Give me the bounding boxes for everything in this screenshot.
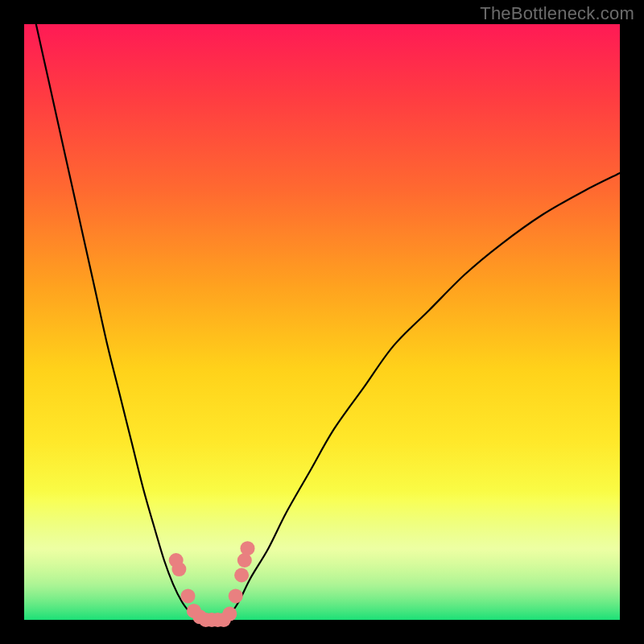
dots-left-point: [171, 562, 186, 576]
plot-area: [24, 24, 620, 620]
dots-right-point: [241, 541, 255, 555]
dot-layer: [169, 541, 255, 627]
chart-frame: TheBottleneck.com: [0, 0, 644, 644]
curve-layer: [36, 24, 620, 620]
dots-left-point: [181, 588, 196, 603]
dots-right-point: [234, 568, 249, 583]
dots-right-point: [229, 588, 243, 603]
left-curve: [36, 24, 197, 620]
right-curve: [227, 173, 620, 620]
watermark-text: TheBottleneck.com: [480, 3, 634, 24]
dots-floor-point: [217, 613, 231, 627]
curves-svg: [24, 24, 620, 620]
